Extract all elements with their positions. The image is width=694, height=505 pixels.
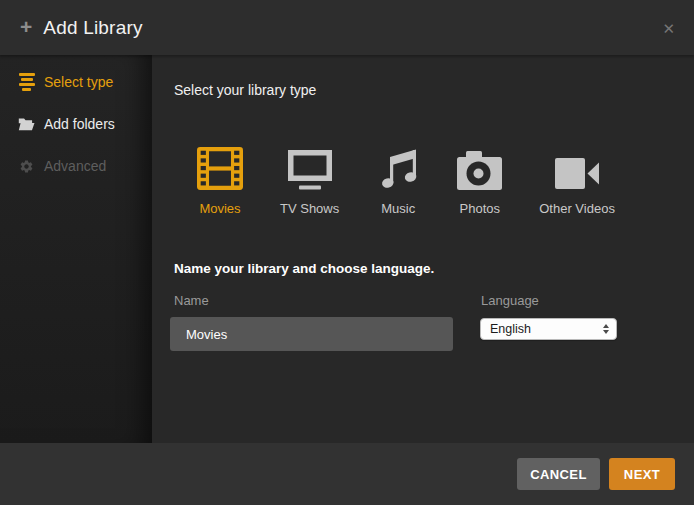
sidebar-item-add-folders[interactable]: Add folders xyxy=(0,103,152,145)
type-label: Music xyxy=(381,201,415,216)
sidebar-item-label: Advanced xyxy=(44,158,106,174)
library-name-input[interactable] xyxy=(170,317,453,351)
dialog-title: Add Library xyxy=(43,17,142,39)
music-note-icon xyxy=(376,145,420,190)
library-type-movies[interactable]: Movies xyxy=(197,145,243,216)
language-select-value: English xyxy=(490,322,603,336)
wizard-sidebar: Select type Add folders Advanced xyxy=(0,55,152,443)
language-select[interactable]: English xyxy=(480,318,617,340)
type-label: Movies xyxy=(199,201,240,216)
close-icon[interactable]: ✕ xyxy=(662,20,675,35)
film-icon xyxy=(197,145,243,190)
type-label: TV Shows xyxy=(280,201,339,216)
select-type-heading: Select your library type xyxy=(174,82,316,98)
sidebar-item-advanced: Advanced xyxy=(0,145,152,187)
add-library-dialog: + Add Library ✕ Select type Add folders xyxy=(0,0,694,505)
camera-icon xyxy=(457,145,502,190)
name-section-heading: Name your library and choose language. xyxy=(174,261,434,276)
sidebar-item-label: Select type xyxy=(44,74,113,90)
next-button[interactable]: NEXT xyxy=(609,458,675,490)
folder-icon xyxy=(18,117,35,131)
library-type-row: Movies TV Shows xyxy=(197,145,615,216)
plus-icon: + xyxy=(20,16,32,37)
type-label: Photos xyxy=(460,201,500,216)
library-type-tv-shows[interactable]: TV Shows xyxy=(280,145,339,216)
library-type-other-videos[interactable]: Other Videos xyxy=(539,145,615,216)
wizard-content: Select your library type Movies xyxy=(152,55,694,443)
library-type-music[interactable]: Music xyxy=(376,145,420,216)
language-field-label: Language xyxy=(481,293,539,308)
sidebar-item-select-type[interactable]: Select type xyxy=(0,61,152,103)
dialog-header: + Add Library ✕ xyxy=(0,0,694,55)
type-label: Other Videos xyxy=(539,201,615,216)
sidebar-item-label: Add folders xyxy=(44,116,115,132)
name-field-label: Name xyxy=(174,293,209,308)
select-type-icon xyxy=(18,73,35,91)
cancel-button[interactable]: CANCEL xyxy=(517,458,600,490)
video-camera-icon xyxy=(555,145,599,190)
dialog-footer: CANCEL NEXT xyxy=(0,443,694,505)
library-type-photos[interactable]: Photos xyxy=(457,145,502,216)
select-stepper-icon xyxy=(603,324,609,334)
tv-icon xyxy=(287,145,333,190)
gear-icon xyxy=(18,159,35,174)
